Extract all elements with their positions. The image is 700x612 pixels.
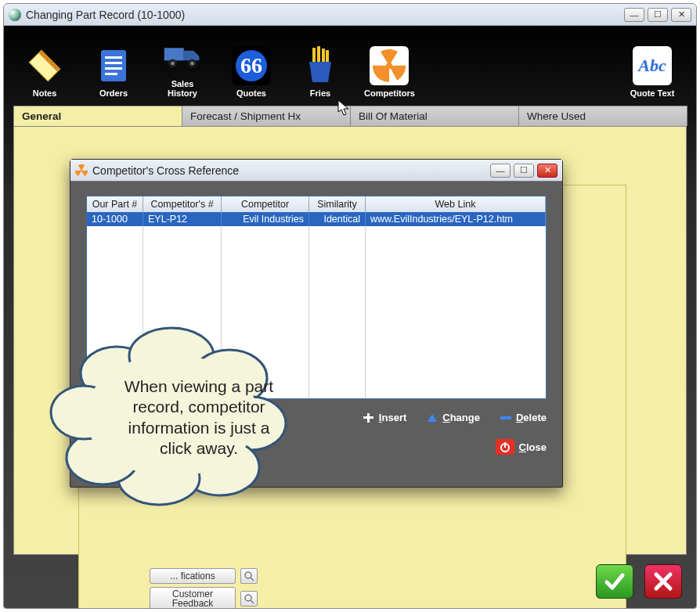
- minus-icon: [500, 414, 511, 422]
- quote-text-icon: Abc: [633, 46, 672, 85]
- toolbar-label: Competitors: [364, 88, 414, 98]
- toolbar-label: Orders: [88, 88, 139, 98]
- toolbar-quotes[interactable]: 66 Quotes: [226, 46, 276, 98]
- col-our-part[interactable]: Our Part #: [87, 196, 143, 212]
- svg-line-22: [251, 600, 254, 603]
- dialog-close-button[interactable]: ✕: [537, 164, 557, 178]
- content-area: Notes Orders Sales History 66 Quotes: [4, 26, 696, 608]
- change-button[interactable]: Change: [427, 412, 480, 423]
- svg-rect-5: [105, 67, 122, 70]
- dialog-action-row: Insert Change Delete: [86, 412, 547, 423]
- svg-point-21: [245, 595, 251, 601]
- window-title: Changing Part Record (10-1000): [26, 9, 624, 21]
- col-competitor-num[interactable]: Competitor's #: [143, 196, 222, 212]
- triangle-icon: [427, 413, 438, 423]
- toolbar-sales-history[interactable]: Sales History: [157, 37, 207, 98]
- titlebar: Changing Part Record (10-1000) — ☐ ✕: [4, 4, 696, 26]
- grid-empty-area: [87, 226, 546, 398]
- tabs: General Forecast / Shipment Hx Bill Of M…: [13, 106, 687, 126]
- svg-rect-4: [105, 62, 122, 64]
- cell-similarity: Identical: [309, 212, 366, 226]
- svg-rect-29: [504, 442, 506, 448]
- cell-competitor: Evil Industries: [222, 212, 309, 226]
- toolbar: Notes Orders Sales History 66 Quotes: [13, 34, 687, 106]
- plus-icon: [363, 413, 374, 423]
- toolbar-label: Fries: [295, 88, 345, 98]
- svg-rect-6: [105, 73, 117, 75]
- x-icon: [653, 571, 673, 592]
- grid-header: Our Part # Competitor's # Competitor Sim…: [87, 196, 546, 212]
- dialog-titlebar: Competitor's Cross Reference — ☐ ✕: [70, 160, 562, 182]
- maximize-button[interactable]: ☐: [648, 8, 668, 22]
- competitor-dialog: Competitor's Cross Reference — ☐ ✕ Our P…: [70, 159, 563, 488]
- delete-button[interactable]: Delete: [500, 412, 547, 423]
- button-label: ... fications: [150, 568, 236, 584]
- zoom-icon[interactable]: [240, 591, 258, 607]
- svg-rect-7: [164, 48, 184, 60]
- button-label-line2: Feedback: [153, 599, 232, 609]
- col-competitor[interactable]: Competitor: [222, 196, 309, 212]
- svg-point-11: [190, 62, 193, 65]
- svg-line-20: [251, 578, 254, 581]
- toolbar-label: Quote Text: [624, 88, 680, 98]
- dialog-minimize-button[interactable]: —: [490, 164, 511, 178]
- dialog-body: Our Part # Competitor's # Competitor Sim…: [70, 182, 562, 464]
- toolbar-orders[interactable]: Orders: [88, 46, 139, 98]
- insert-button[interactable]: Insert: [363, 412, 406, 423]
- svg-rect-27: [500, 416, 511, 419]
- radiation-icon: [370, 46, 409, 85]
- cell-competitor-num: EYL-P12: [143, 212, 222, 226]
- tab-forecast[interactable]: Forecast / Shipment Hx: [182, 106, 351, 126]
- tab-bom[interactable]: Bill Of Material: [350, 106, 519, 126]
- customer-feedback-button[interactable]: Customer Feedback: [150, 587, 258, 609]
- col-weblink[interactable]: Web Link: [366, 196, 546, 212]
- svg-marker-26: [428, 414, 437, 422]
- grid-row-selected[interactable]: 10-1000 EYL-P12 Evil Industries Identica…: [87, 212, 546, 226]
- orders-icon: [94, 46, 133, 85]
- svg-point-10: [171, 62, 174, 65]
- specifications-button[interactable]: ... fications: [150, 568, 258, 584]
- close-button[interactable]: Close: [496, 439, 547, 455]
- svg-text:66: 66: [240, 53, 262, 77]
- main-window: Changing Part Record (10-1000) — ☐ ✕ Not…: [3, 3, 697, 609]
- toolbar-label: Quotes: [226, 88, 276, 98]
- tab-where-used[interactable]: Where Used: [518, 106, 687, 126]
- dialog-title: Competitor's Cross Reference: [92, 164, 490, 177]
- app-icon: [9, 9, 21, 21]
- toolbar-label: Notes: [20, 88, 70, 98]
- footer-actions: [596, 564, 682, 599]
- zoom-icon[interactable]: [240, 568, 258, 584]
- dialog-maximize-button[interactable]: ☐: [514, 164, 534, 178]
- partial-buttons: ... fications Customer Feedback: [150, 568, 258, 609]
- btn-label-rest: nsert: [381, 412, 406, 423]
- check-icon: [604, 571, 626, 592]
- cell-our-part: 10-1000: [87, 212, 143, 226]
- close-button[interactable]: ✕: [671, 8, 691, 22]
- fries-icon: [301, 46, 340, 85]
- grid[interactable]: Our Part # Competitor's # Competitor Sim…: [86, 196, 547, 399]
- cell-weblink: www.EvilIndustries/EYL-P12.htm: [366, 212, 546, 226]
- svg-point-19: [245, 572, 251, 578]
- svg-rect-3: [105, 56, 122, 59]
- truck-icon: [163, 37, 202, 76]
- toolbar-notes[interactable]: Notes: [20, 46, 70, 98]
- toolbar-fries[interactable]: Fries: [295, 46, 345, 98]
- notes-icon: [25, 46, 64, 85]
- minimize-button[interactable]: —: [624, 8, 644, 22]
- power-icon: [500, 441, 511, 452]
- ok-button[interactable]: [596, 564, 633, 599]
- col-similarity[interactable]: Similarity: [309, 196, 366, 212]
- toolbar-quote-text[interactable]: Abc Quote Text: [624, 46, 680, 98]
- svg-rect-25: [363, 416, 373, 419]
- toolbar-label: Sales History: [157, 79, 207, 98]
- cancel-button[interactable]: [644, 564, 682, 599]
- toolbar-competitors[interactable]: Competitors: [364, 46, 414, 98]
- quotes-icon: 66: [232, 46, 271, 85]
- radiation-icon: [75, 164, 88, 177]
- tab-general[interactable]: General: [13, 106, 182, 126]
- svg-rect-2: [101, 50, 126, 81]
